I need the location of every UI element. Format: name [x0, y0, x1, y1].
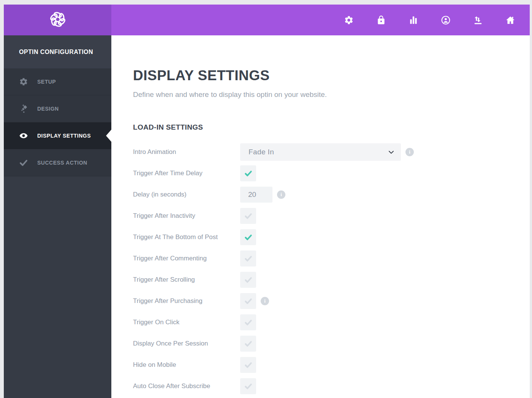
form-row-hide-on-mobile: Hide on Mobile [133, 357, 530, 373]
form-row-trigger-scrolling: Trigger After Scrolling [133, 272, 530, 288]
bloom-logo-icon [48, 10, 68, 31]
main-content: DISPLAY SETTINGS Define when and where t… [111, 35, 530, 398]
trigger-scrolling-checkbox[interactable] [240, 272, 256, 288]
form-row-trigger-bottom-post: Trigger At The Bottom of Post [133, 229, 530, 245]
active-tab-arrow [106, 130, 111, 142]
section-heading: LOAD-IN SETTINGS [133, 122, 530, 132]
checkmark-icon [244, 339, 253, 348]
form-row-once-per-session: Display Once Per Session [133, 336, 530, 352]
field-label: Trigger After Purchasing [133, 297, 240, 305]
sidebar-item-label: DISPLAY SETTINGS [37, 133, 91, 139]
field-label: Trigger On Click [133, 319, 240, 326]
field-label: Auto Close After Subscribe [133, 382, 240, 390]
field-label: Trigger After Scrolling [133, 276, 240, 284]
eye-icon [19, 131, 28, 140]
sidebar-filler [4, 176, 111, 398]
chevron-down-icon [388, 149, 395, 156]
sidebar-item-design[interactable]: DESIGN [4, 95, 111, 122]
checkmark-icon [19, 158, 28, 167]
field-label: Trigger After Time Delay [133, 170, 240, 177]
form-row-trigger-commenting: Trigger After Commenting [133, 251, 530, 266]
sidebar-item-setup[interactable]: SETUP [4, 68, 111, 95]
field-label: Trigger After Inactivity [133, 212, 240, 220]
page-subtitle: Define when and where to display this op… [133, 90, 530, 100]
info-icon[interactable]: i [405, 148, 414, 156]
form-row-trigger-purchasing: Trigger After Purchasing i [133, 293, 530, 309]
intro-animation-select[interactable]: Fade In [240, 143, 401, 161]
sidebar-item-display-settings[interactable]: DISPLAY SETTINGS [4, 122, 111, 149]
checkmark-icon [244, 361, 253, 369]
page-title: DISPLAY SETTINGS [133, 68, 530, 84]
field-label: Display Once Per Session [133, 340, 240, 347]
sidebar-item-label: SUCCESS ACTION [37, 160, 87, 166]
info-icon[interactable]: i [277, 190, 285, 199]
stats-icon[interactable] [408, 15, 418, 25]
checkmark-icon [244, 297, 253, 306]
once-per-session-checkbox[interactable] [240, 336, 256, 352]
sidebar-title: OPTIN CONFIGURATION [4, 35, 111, 68]
trigger-time-delay-checkbox[interactable] [240, 165, 256, 181]
checkmark-icon [244, 254, 253, 263]
checkmark-icon [244, 318, 253, 327]
field-label: Delay (in seconds) [133, 191, 240, 198]
gear-icon [19, 77, 28, 86]
trigger-inactivity-checkbox[interactable] [240, 208, 256, 224]
checkmark-icon [244, 233, 253, 242]
field-label: Trigger At The Bottom of Post [133, 233, 240, 241]
trigger-bottom-post-checkbox[interactable] [240, 229, 256, 245]
sidebar-item-label: SETUP [37, 79, 56, 85]
checkmark-icon [244, 276, 253, 284]
top-bar-actions [111, 5, 530, 35]
form-row-delay-seconds: Delay (in seconds) i [133, 187, 530, 203]
trigger-commenting-checkbox[interactable] [240, 251, 256, 266]
field-label: Trigger After Commenting [133, 255, 240, 262]
load-in-settings-form: Intro Animation Fade In i Trigger After … [133, 143, 530, 394]
form-row-trigger-inactivity: Trigger After Inactivity [133, 208, 530, 224]
sidebar-item-success-action[interactable]: SUCCESS ACTION [4, 149, 111, 176]
field-label: Hide on Mobile [133, 361, 240, 369]
field-label: Intro Animation [133, 148, 240, 156]
checkmark-icon [244, 169, 253, 178]
select-value: Fade In [240, 148, 274, 156]
app-window: OPTIN CONFIGURATION SETUP [4, 5, 530, 398]
delay-seconds-input[interactable] [240, 187, 272, 203]
form-row-trigger-time-delay: Trigger After Time Delay [133, 165, 530, 181]
form-row-auto-close: Auto Close After Subscribe [133, 378, 530, 394]
top-bar [4, 5, 530, 35]
import-export-icon[interactable] [473, 15, 483, 25]
brush-icon [19, 104, 28, 113]
lock-icon[interactable] [376, 15, 386, 25]
settings-icon[interactable] [344, 15, 354, 25]
checkmark-icon [244, 212, 253, 220]
trigger-purchasing-checkbox[interactable] [240, 293, 256, 309]
sidebar-item-label: DESIGN [37, 106, 59, 112]
info-icon[interactable]: i [261, 297, 269, 305]
checkmark-icon [244, 382, 253, 391]
home-icon[interactable] [505, 15, 515, 25]
form-row-intro-animation: Intro Animation Fade In i [133, 143, 530, 161]
hide-on-mobile-checkbox[interactable] [240, 357, 256, 373]
sidebar: OPTIN CONFIGURATION SETUP [4, 35, 111, 398]
logo-block [4, 5, 111, 35]
trigger-on-click-checkbox[interactable] [240, 314, 256, 330]
auto-close-checkbox[interactable] [240, 378, 256, 394]
account-icon[interactable] [441, 15, 451, 25]
form-row-trigger-on-click: Trigger On Click [133, 314, 530, 330]
